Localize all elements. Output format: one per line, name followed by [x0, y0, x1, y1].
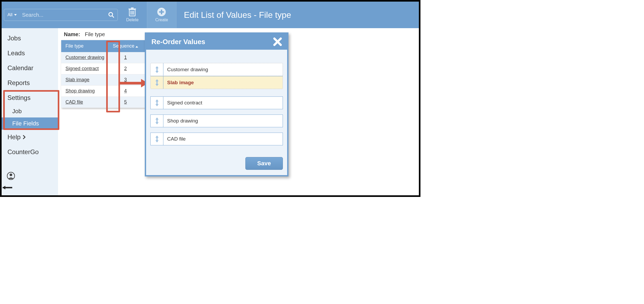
svg-line-1 [112, 16, 114, 18]
reorder-item-label: Signed contract [163, 100, 206, 106]
drag-handle[interactable] [151, 97, 163, 109]
arrow-left-icon [2, 185, 13, 190]
reorder-modal: Re-Order Values Customer drawing [145, 32, 288, 176]
modal-footer: Save [146, 156, 287, 175]
drag-handle[interactable] [151, 115, 163, 127]
drag-vertical-icon [155, 117, 159, 125]
reorder-item[interactable]: Signed contract [150, 96, 283, 109]
table-row[interactable]: Customer drawing1 [61, 52, 151, 63]
plus-circle-icon [157, 7, 166, 16]
reorder-item[interactable]: Shop drawing [150, 115, 283, 127]
delete-label: Delete [126, 18, 138, 22]
drag-handle[interactable] [151, 76, 163, 89]
modal-header: Re-Order Values [146, 34, 287, 50]
collapse-sidebar-button[interactable] [2, 185, 58, 195]
sidebar-item-countergo[interactable]: CounterGo [2, 145, 58, 159]
modal-close-button[interactable] [273, 37, 282, 46]
reorder-item-label: Slab image [163, 80, 197, 86]
reorder-drop-zone: Customer drawing Slab image [150, 63, 283, 89]
search-group: All [4, 9, 118, 21]
reorder-item-dragging[interactable]: Slab image [151, 76, 283, 89]
sidebar: Jobs Leads Calendar Reports Settings Job… [2, 28, 58, 195]
sidebar-item-calendar[interactable]: Calendar [2, 61, 58, 75]
svg-point-12 [10, 174, 12, 176]
sidebar-sub-job[interactable]: Job [2, 105, 58, 117]
table-row[interactable]: Signed contract2 [61, 63, 151, 74]
svg-point-0 [109, 12, 113, 16]
sidebar-item-settings[interactable]: Settings [2, 90, 58, 105]
save-button[interactable]: Save [245, 157, 283, 170]
page-title: Edit List of Values - File type [184, 10, 291, 20]
reorder-item-label: Shop drawing [163, 118, 202, 124]
sidebar-item-reports[interactable]: Reports [2, 75, 58, 90]
create-label: Create [155, 18, 168, 22]
table-row[interactable]: Shop drawing4 [61, 86, 151, 97]
search-filter-dropdown[interactable]: All [4, 12, 20, 18]
user-icon [7, 172, 15, 180]
reorder-item[interactable]: Customer drawing [151, 63, 283, 76]
reorder-item[interactable]: CAD file [150, 133, 283, 145]
drag-vertical-icon [155, 66, 159, 74]
reorder-item-label: CAD file [163, 136, 189, 142]
col-sequence[interactable]: Sequence [109, 40, 142, 52]
sort-asc-icon [135, 46, 138, 48]
table-row[interactable]: Slab image3 [61, 74, 151, 86]
svg-rect-7 [131, 7, 134, 9]
trash-icon [128, 7, 136, 16]
values-table: File type Sequence Customer drawing1 Sig… [61, 40, 151, 108]
search-input[interactable] [20, 12, 105, 18]
reorder-item-label: Customer drawing [163, 67, 212, 73]
search-icon [108, 12, 114, 18]
col-filetype[interactable]: File type [61, 40, 109, 52]
table-row[interactable]: CAD file5 [61, 97, 151, 108]
name-value: File type [85, 31, 105, 37]
search-filter-label: All [7, 12, 13, 18]
help-label: Help [7, 133, 20, 141]
modal-body: Customer drawing Slab image Signed contr… [146, 50, 287, 156]
delete-button[interactable]: Delete [118, 2, 147, 28]
user-menu[interactable] [2, 167, 58, 185]
topbar: All Delete C [2, 2, 419, 28]
drag-vertical-icon [155, 135, 159, 143]
drag-handle[interactable] [151, 133, 163, 145]
drag-vertical-icon [155, 99, 159, 107]
sidebar-sub-file-fields[interactable]: File Fields [2, 117, 58, 130]
create-button[interactable]: Create [147, 2, 176, 28]
close-icon [273, 37, 282, 46]
sidebar-item-help[interactable]: Help [2, 130, 58, 145]
drag-handle[interactable] [151, 63, 163, 76]
search-button[interactable] [105, 9, 117, 20]
caret-down-icon [14, 14, 17, 16]
sidebar-item-leads[interactable]: Leads [2, 46, 58, 61]
name-label: Name: [64, 31, 80, 37]
sidebar-item-jobs[interactable]: Jobs [2, 31, 58, 46]
modal-title: Re-Order Values [151, 38, 205, 46]
chevron-right-icon [23, 135, 26, 140]
drag-vertical-icon [155, 79, 159, 87]
